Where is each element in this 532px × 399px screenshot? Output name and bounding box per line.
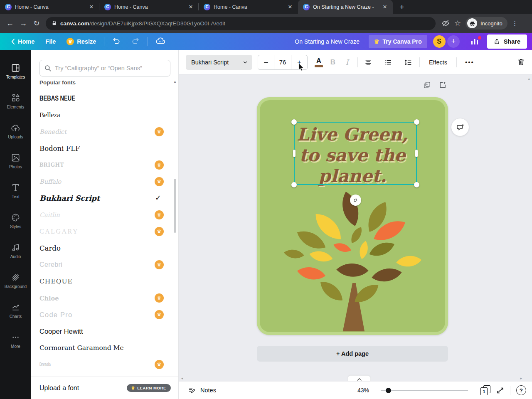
tab-title: Home - Canva [114, 4, 184, 10]
resize-handle-top-right[interactable] [414, 119, 419, 125]
font-list-item[interactable]: Code Pro♛ [31, 306, 175, 323]
canvas-area[interactable]: Live Green, to save the planet. [179, 74, 532, 381]
browser-tab[interactable]: C Home - Canva ✕ [0, 0, 99, 14]
font-list-item[interactable]: Buffalo♛ [31, 173, 175, 190]
design-page[interactable]: Live Green, to save the planet. [257, 97, 448, 335]
zoom-slider-knob[interactable] [386, 388, 391, 393]
spacing-icon [404, 59, 412, 66]
font-list-item[interactable]: Bright♛ [31, 157, 175, 173]
scroll-left-arrow-icon[interactable]: ◂ [181, 376, 183, 380]
redo-icon[interactable] [126, 37, 145, 47]
browser-tab-active[interactable]: C On Starting a New Craze - ✕ [298, 0, 393, 14]
zoom-slider[interactable] [381, 390, 468, 391]
font-list-item[interactable]: Cardo [31, 240, 175, 256]
font-size-decrease-button[interactable]: – [258, 55, 274, 69]
font-list-item[interactable]: CHEQUE [31, 273, 175, 290]
rotate-handle[interactable] [350, 195, 361, 206]
toolbar-more-button[interactable]: ••• [460, 59, 479, 66]
help-button[interactable]: ? [516, 385, 526, 395]
resize-handle-left[interactable] [293, 150, 296, 157]
tab-close-icon[interactable]: ✕ [286, 3, 294, 11]
text-selection-box[interactable] [294, 122, 417, 185]
scroll-right-arrow-icon[interactable]: ▸ [520, 376, 522, 380]
sidebar-item-background[interactable]: Background [0, 266, 31, 296]
share-button[interactable]: Share [487, 34, 527, 49]
font-list-item[interactable]: Bodoni FLF [31, 140, 175, 157]
text-align-button[interactable] [361, 55, 375, 70]
font-list-item[interactable]: BEBAS NEUE [31, 90, 175, 107]
sidebar-item-styles[interactable]: Styles [0, 206, 31, 236]
add-comment-button[interactable] [451, 118, 469, 136]
page-grid-button[interactable]: 1 [480, 385, 490, 395]
sidebar-item-elements[interactable]: Elements [0, 86, 31, 116]
notes-button[interactable]: Notes [188, 387, 216, 394]
font-list-item[interactable]: Cerebri♛ [31, 256, 175, 273]
font-list-item[interactable]: Cooper Hewitt [31, 323, 175, 340]
font-size-value[interactable]: 76 [274, 55, 291, 69]
resize-handle-bottom-right[interactable] [414, 182, 419, 187]
check-icon: ✓ [155, 193, 161, 202]
font-list-scrollbar[interactable]: ▲ [173, 81, 177, 377]
tab-close-icon[interactable]: ✕ [381, 3, 389, 11]
upload-font-row[interactable]: Upload a font ♛ LEARN MORE [31, 377, 178, 399]
line-spacing-button[interactable] [401, 55, 415, 70]
insights-button[interactable] [466, 35, 484, 48]
font-list-item[interactable]: Cormorant Garamond Me [31, 340, 175, 356]
chevron-left-icon [11, 39, 15, 44]
font-list-item[interactable]: Chloe♛ [31, 290, 175, 306]
sidebar-item-audio[interactable]: Audio [0, 236, 31, 266]
sidebar-item-uploads[interactable]: Uploads [0, 116, 31, 146]
font-list-item[interactable]: Benedict♛ [31, 123, 175, 140]
resize-handle-right[interactable] [415, 150, 418, 157]
scroll-up-arrow-icon[interactable]: ▴ [528, 76, 530, 81]
browser-tab[interactable]: C Home - Canva ✕ [99, 0, 199, 14]
resize-handle-top-left[interactable] [291, 119, 297, 125]
sidebar-item-photos[interactable]: Photos [0, 146, 31, 176]
back-icon[interactable]: ← [3, 19, 17, 28]
add-member-button[interactable]: + [447, 35, 460, 48]
forward-icon[interactable]: → [17, 19, 30, 28]
effects-button[interactable]: Effects [423, 59, 453, 66]
bold-button[interactable]: B [326, 55, 340, 70]
tab-close-icon[interactable]: ✕ [187, 3, 195, 11]
font-search-input[interactable] [55, 65, 166, 71]
font-list-item-selected[interactable]: Bukhari Script✓ [31, 190, 175, 207]
new-tab-button[interactable]: + [396, 1, 408, 13]
sidebar-item-text[interactable]: Text [0, 176, 31, 206]
sidebar-item-more[interactable]: More [0, 325, 31, 355]
sidebar-item-templates[interactable]: Templates [0, 56, 31, 86]
add-page-icon[interactable] [438, 81, 446, 89]
delete-button[interactable] [517, 57, 525, 68]
learn-more-button[interactable]: ♛ LEARN MORE [127, 384, 171, 392]
eye-off-icon[interactable] [441, 19, 450, 27]
tab-close-icon[interactable]: ✕ [88, 3, 95, 11]
browser-menu-icon[interactable]: ⋮ [510, 20, 520, 27]
sidebar-item-charts[interactable]: Charts [0, 296, 31, 325]
font-family-dropdown[interactable]: Bukhari Script [186, 55, 252, 70]
font-list-item[interactable]: Drvasia♛ [31, 356, 175, 373]
undo-icon[interactable] [107, 37, 126, 47]
home-button[interactable]: Home [6, 34, 40, 49]
bullet-list-button[interactable] [381, 55, 395, 70]
try-canva-pro-button[interactable]: ♛ Try Canva Pro [369, 35, 427, 48]
account-avatar[interactable]: S [433, 35, 446, 48]
browser-tab[interactable]: C Home - Canva ✕ [199, 0, 298, 14]
add-page-button[interactable]: + Add page [257, 346, 448, 362]
reload-icon[interactable]: ↻ [30, 19, 43, 28]
file-menu-button[interactable]: File [40, 34, 61, 49]
document-title[interactable]: On Starting a New Craze [295, 38, 360, 45]
fullscreen-icon[interactable] [496, 387, 504, 394]
resize-button[interactable]: ♛ Resize [61, 34, 101, 49]
text-color-button[interactable]: A [312, 55, 326, 70]
font-list-item[interactable]: CALGARY♛ [31, 223, 175, 240]
font-list-item[interactable]: Belleza [31, 107, 175, 123]
duplicate-page-icon[interactable] [423, 81, 431, 89]
italic-button[interactable]: I [340, 55, 354, 70]
bookmark-star-icon[interactable]: ☆ [452, 19, 463, 28]
resize-handle-bottom-left[interactable] [291, 182, 297, 187]
url-bar[interactable]: canva.com/design/DAE7uiKjpx8/PlGXQXaqtED… [46, 17, 436, 30]
upload-font-label[interactable]: Upload a font [39, 384, 127, 392]
font-search-box[interactable] [39, 60, 170, 76]
font-list-item[interactable]: Caitlin♛ [31, 207, 175, 223]
scroll-up-arrow-icon[interactable]: ▲ [173, 80, 177, 84]
